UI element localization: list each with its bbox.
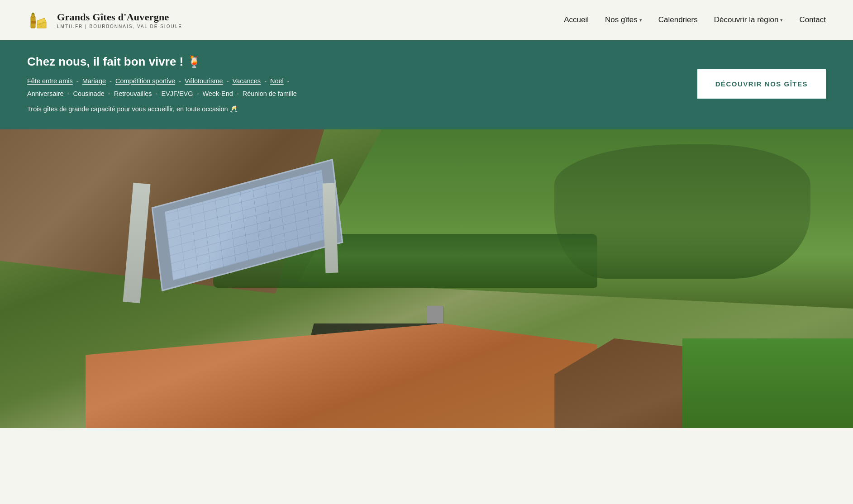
hero-tags: Fête entre amis - Mariage - Compétition … xyxy=(27,75,389,100)
svg-point-7 xyxy=(43,23,44,24)
separator: - xyxy=(237,90,241,97)
separator: - xyxy=(179,77,183,85)
tag-cousinade[interactable]: Cousinade xyxy=(73,90,104,97)
hero-title: Chez nous, il fait bon vivre ! 🍹 xyxy=(27,55,389,69)
nos-gites-chevron-icon: ▾ xyxy=(639,17,642,23)
aerial-view xyxy=(0,129,853,428)
discover-gites-button[interactable]: DÉCOUVRIR NOS GÎTES xyxy=(697,69,826,99)
nav-contact[interactable]: Contact xyxy=(799,15,826,24)
aerial-image-area xyxy=(0,129,853,428)
tag-competition[interactable]: Compétition sportive xyxy=(115,77,175,85)
tag-reunion[interactable]: Réunion de famille xyxy=(243,90,297,97)
nav-calendriers[interactable]: Calendriers xyxy=(658,15,698,24)
tag-noel[interactable]: Noël xyxy=(270,77,284,85)
svg-rect-3 xyxy=(31,21,36,24)
tag-evjf[interactable]: EVJF/EVG xyxy=(161,90,193,97)
hero-content: Chez nous, il fait bon vivre ! 🍹 Fête en… xyxy=(27,55,389,113)
svg-rect-2 xyxy=(32,13,34,14)
separator: - xyxy=(227,77,231,85)
decouvrir-chevron-icon: ▾ xyxy=(780,17,783,23)
tag-weekend[interactable]: Week-End xyxy=(202,90,233,97)
separator: - xyxy=(156,90,160,97)
nav-nos-gites[interactable]: Nos gîtes ▾ xyxy=(605,15,642,24)
separator: - xyxy=(287,77,290,85)
separator: - xyxy=(110,77,114,85)
nav-accueil[interactable]: Accueil xyxy=(564,15,589,24)
logo-icon xyxy=(27,8,51,32)
logo-area: Grands Gîtes d'Auvergne LMTH.FR | BOURBO… xyxy=(27,8,182,32)
logo-text-block: Grands Gîtes d'Auvergne LMTH.FR | BOURBO… xyxy=(57,11,182,29)
cocktail-icon: 🍹 xyxy=(187,55,201,68)
hero-subtitle: Trois gîtes de grande capacité pour vous… xyxy=(27,105,389,113)
separator: - xyxy=(67,90,71,97)
svg-point-6 xyxy=(39,24,41,25)
tag-fete[interactable]: Fête entre amis xyxy=(27,77,73,85)
header: Grands Gîtes d'Auvergne LMTH.FR | BOURBO… xyxy=(0,0,853,40)
logo-title: Grands Gîtes d'Auvergne xyxy=(57,11,182,23)
chimney xyxy=(427,306,444,324)
svg-point-8 xyxy=(41,26,42,27)
tag-vacances[interactable]: Vacances xyxy=(233,77,261,85)
logo-subtitle: LMTH.FR | BOURBONNAIS, VAL DE SIOULE xyxy=(57,24,182,29)
separator: - xyxy=(264,77,268,85)
separator: - xyxy=(197,90,201,97)
lawn-bottom-right xyxy=(682,338,853,428)
tag-anniversaire[interactable]: Anniversaire xyxy=(27,90,64,97)
tag-velo[interactable]: Vélotourisme xyxy=(185,77,223,85)
nav-decouvrir[interactable]: Découvrir la région ▾ xyxy=(714,15,783,24)
separator: - xyxy=(108,90,112,97)
tag-retrouvailles[interactable]: Retrouvailles xyxy=(114,90,152,97)
separator: - xyxy=(76,77,81,85)
main-nav: Accueil Nos gîtes ▾ Calendriers Découvri… xyxy=(564,15,826,24)
tag-mariage[interactable]: Mariage xyxy=(82,77,106,85)
hero-banner: Chez nous, il fait bon vivre ! 🍹 Fête en… xyxy=(0,40,853,129)
